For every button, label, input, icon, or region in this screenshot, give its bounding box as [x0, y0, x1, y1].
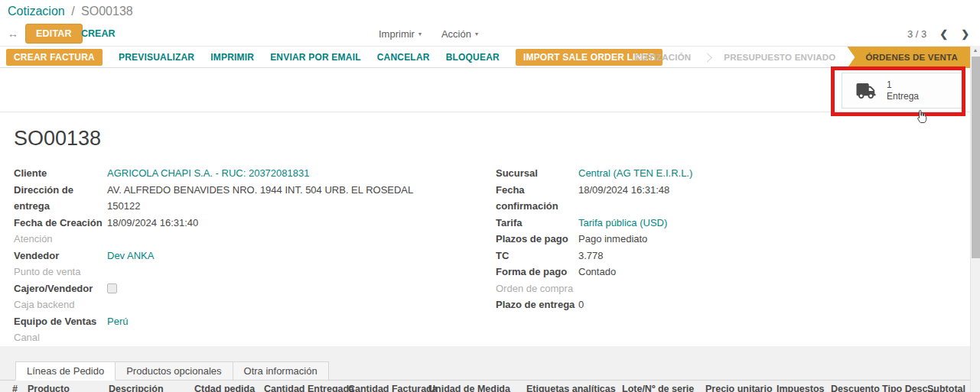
column-header-impuestos[interactable]: Impuestos — [777, 384, 825, 392]
field-label: Dirección de entrega — [14, 182, 107, 215]
tab-lineas-de-pedido[interactable]: Líneas de Pedido — [15, 361, 116, 381]
column-header-precio-unitario[interactable]: Precio unitario — [705, 384, 773, 392]
field-sucursal: Sucursal Central (AG TEN E.I.R.L.) — [496, 165, 936, 182]
scroll-up-icon[interactable]: ▲ — [971, 47, 980, 53]
column-header-etiquetas[interactable]: Etiquetas analíticas — [526, 384, 616, 392]
column-header-ctdad-pedida[interactable]: Ctdad pedida — [194, 384, 255, 392]
button-box-divider — [0, 112, 980, 112]
field-label: Cajero/Vendedor — [14, 280, 107, 297]
print-menu-label: Imprimir — [379, 28, 415, 40]
vendedor-link[interactable]: Dev ANKA — [107, 248, 154, 264]
statusbar-actions: CREAR FACTURA PREVISUALIZAR IMPRIMIR ENV… — [6, 47, 663, 68]
edit-button[interactable]: EDITAR — [25, 24, 83, 44]
stage-ordenes-de-venta[interactable]: ÓRDENES DE VENTA — [847, 47, 970, 68]
action-menus: Imprimir ▾ Acción ▾ — [379, 24, 478, 44]
cajero-vendedor-checkbox[interactable] — [107, 283, 117, 293]
column-header-cantidad-facturada[interactable]: Cantidad Facturada — [348, 384, 438, 392]
field-value: 0 — [578, 296, 584, 313]
field-direccion-entrega: Dirección de entrega AV. ALFREDO BENAVID… — [14, 182, 484, 215]
column-header-lote-serie[interactable]: Lote/Nº de serie — [622, 384, 694, 392]
breadcrumb-current: SO00138 — [81, 5, 133, 18]
column-header-cantidad-entregada[interactable]: Cantidad Entregada — [264, 384, 354, 392]
field-value: 18/09/2024 16:31:40 — [107, 215, 198, 232]
preview-button[interactable]: PREVISUALIZAR — [119, 52, 194, 63]
tab-productos-opcionales[interactable]: Productos opcionales — [116, 361, 233, 381]
field-label: Sucursal — [496, 165, 578, 182]
field-atencion: Atención — [14, 231, 484, 248]
breadcrumb: Cotizacion / SO00138 — [8, 5, 133, 18]
delivery-count: 1 — [887, 79, 919, 91]
column-header-subtotal[interactable]: Subtotal — [927, 384, 965, 392]
field-value: 3.778 — [578, 248, 604, 264]
cliente-link[interactable]: AGRICOLA CHAPI S.A. - RUC: 20372081831 — [107, 165, 309, 182]
breadcrumb-separator: / — [71, 5, 74, 18]
statusbar: CREAR FACTURA PREVISUALIZAR IMPRIMIR ENV… — [0, 46, 980, 68]
action-menu-label: Acción — [441, 28, 471, 40]
column-header-number[interactable]: # — [12, 384, 18, 392]
odoo-sale-order-window: Cotizacion / SO00138 ↔ EDITAR CREAR Impr… — [0, 0, 980, 392]
field-orden-de-compra: Orden de compra — [496, 280, 936, 297]
pager-count: 3 / 3 — [907, 28, 926, 40]
field-label: Equipo de Ventas — [14, 313, 107, 330]
print-button[interactable]: IMPRIMIR — [210, 52, 254, 63]
field-fecha-creacion: Fecha de Creación 18/09/2024 16:31:40 — [14, 215, 484, 232]
field-fecha-confirmacion: Fecha confirmación 18/09/2024 16:31:48 — [496, 182, 936, 215]
equipo-ventas-link[interactable]: Perú — [107, 313, 128, 330]
print-menu[interactable]: Imprimir ▾ — [379, 28, 422, 40]
create-button[interactable]: CREAR — [81, 24, 115, 44]
column-header-descripcion[interactable]: Descripción — [109, 384, 164, 392]
field-value: AV. ALFREDO BENAVIDES NRO. 1944 INT. 504… — [107, 182, 413, 215]
field-label: Vendedor — [14, 248, 107, 264]
field-cajero-vendedor: Cajero/Vendedor — [14, 280, 484, 297]
sucursal-link[interactable]: Central (AG TEN E.I.R.L.) — [578, 165, 692, 182]
action-menu[interactable]: Acción ▾ — [441, 28, 478, 40]
field-cliente: Cliente AGRICOLA CHAPI S.A. - RUC: 20372… — [14, 165, 484, 182]
field-equipo-de-ventas: Equipo de Ventas Perú — [14, 313, 484, 330]
stage-cotizacion[interactable]: COTIZACIÓN — [623, 47, 703, 68]
pager-previous-icon[interactable]: ❮ — [939, 28, 948, 40]
truck-icon — [856, 83, 876, 99]
field-punto-de-venta: Punto de venta — [14, 264, 484, 280]
tab-otra-informacion[interactable]: Otra información — [233, 361, 329, 381]
smart-button-text: 1 Entrega — [887, 79, 919, 102]
caret-down-icon: ▾ — [418, 31, 422, 37]
column-header-unidad-de-medida[interactable]: Unidad de Medida — [428, 384, 510, 392]
field-label: Atención — [14, 231, 107, 248]
delivery-smart-button[interactable]: 1 Entrega — [842, 73, 962, 109]
field-label: Punto de venta — [14, 264, 107, 280]
field-label: Plazo de entrega — [496, 296, 578, 313]
tarifa-link[interactable]: Tarifa pública (USD) — [578, 215, 667, 232]
delivery-label: Entrega — [887, 91, 919, 102]
stage-separator-icon — [702, 53, 712, 63]
send-by-email-button[interactable]: ENVIAR POR EMAIL — [270, 52, 361, 63]
field-vendedor: Vendedor Dev ANKA — [14, 248, 484, 264]
field-label: Canal — [14, 329, 107, 346]
vertical-scrollbar[interactable]: ▲ — [970, 46, 980, 392]
field-label: Plazos de pago — [496, 231, 578, 248]
column-header-producto[interactable]: Producto — [28, 384, 70, 392]
field-value: Contado — [578, 264, 616, 280]
field-value: Pago inmediato — [578, 231, 647, 248]
lock-button[interactable]: BLOQUEAR — [446, 52, 500, 63]
field-tarifa: Tarifa Tarifa pública (USD) — [496, 215, 936, 232]
scrollbar-thumb[interactable] — [972, 57, 980, 258]
breadcrumb-parent-link[interactable]: Cotizacion — [8, 5, 65, 18]
order-lines-table-header: # Producto Descripción Ctdad pedida Cant… — [0, 384, 980, 392]
caret-down-icon: ▾ — [475, 31, 478, 37]
field-value: 18/09/2024 16:31:48 — [578, 182, 669, 199]
field-label: Caja backend — [14, 296, 107, 313]
stage-presupuesto-enviado[interactable]: PRESUPUESTO ENVIADO — [712, 47, 847, 68]
create-invoice-button[interactable]: CREAR FACTURA — [6, 49, 103, 66]
left-field-column: Cliente AGRICOLA CHAPI S.A. - RUC: 20372… — [14, 165, 484, 346]
pager-next-icon[interactable]: ❯ — [961, 28, 969, 40]
field-forma-de-pago: Forma de pago Contado — [496, 264, 936, 280]
expand-arrows-icon[interactable]: ↔ — [8, 28, 18, 40]
notebook-tabs: Líneas de Pedido Productos opcionales Ot… — [15, 361, 329, 381]
field-label: Fecha confirmación — [496, 182, 578, 215]
field-plazo-de-entrega: Plazo de entrega 0 — [496, 296, 936, 313]
column-header-descuento[interactable]: Descuento — [831, 384, 880, 392]
cancel-button[interactable]: CANCELAR — [377, 52, 430, 63]
field-label: TC — [496, 248, 578, 264]
field-plazos-de-pago: Plazos de pago Pago inmediato — [496, 231, 936, 248]
record-pager: 3 / 3 ❮ ❯ — [907, 24, 969, 44]
